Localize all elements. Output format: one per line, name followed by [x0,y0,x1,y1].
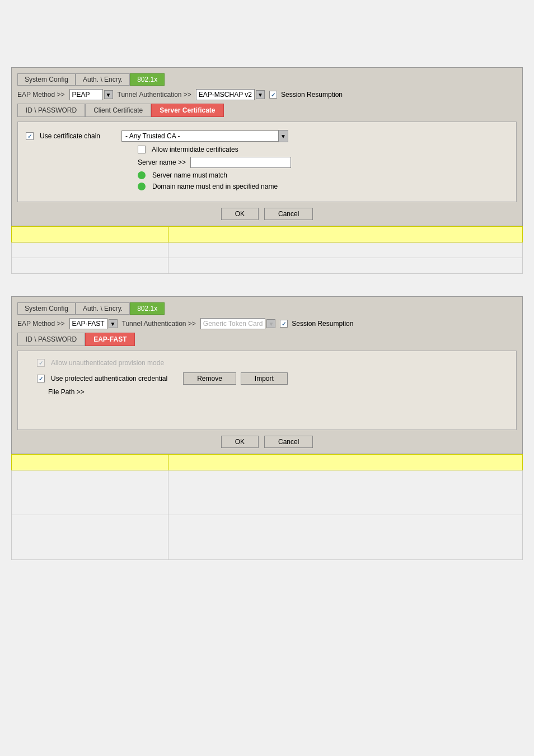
allow-intermediate-label: Allow intermidiate certificates [152,146,238,153]
server-name-input[interactable] [190,157,291,168]
domain-name-row: Domain name must end in specified name [138,183,508,190]
table2-row1-col0 [12,470,168,515]
table2-row2-col1 [168,515,523,560]
table1-row-2 [12,258,523,274]
use-cert-chain-checkbox[interactable] [26,132,34,140]
table2-row-1 [12,470,523,515]
allow-unauthenticated-checkbox[interactable] [37,359,45,367]
table2-row1-col1 [168,470,523,515]
inner-tab-id-password[interactable]: ID \ PASSWORD [17,104,85,117]
panel2-session-resumption-checkbox[interactable] [280,320,288,328]
panel2-eap-method-arrow[interactable]: ▼ [109,319,118,328]
ca-select[interactable]: - Any Trusted CA - ▼ [121,130,288,142]
table2-row-2 [12,515,523,560]
table2-row0-col1 [168,455,523,470]
inner-tab-client-cert[interactable]: Client Certificate [85,104,151,117]
panel2-eap-method-dropdown[interactable]: EAP-FAST ▼ [69,318,118,329]
panel2-ok-button[interactable]: OK [221,436,259,448]
table1-row2-col0 [12,258,168,274]
panel2-inner-tab-eap-fast[interactable]: EAP-FAST [85,333,135,346]
use-protected-label: Use protected authentication credential [51,375,167,382]
tunnel-auth-label: Tunnel Authentication >> [118,91,191,99]
panel2-tunnel-auth-dropdown[interactable]: Generic Token Card ▼ [200,318,276,329]
server-name-match-dot [138,171,146,179]
use-protected-row: Use protected authentication credential … [37,372,508,385]
tab-system-config[interactable]: System Config [17,73,76,86]
allow-unauthenticated-label: Allow unauthenticated provision mode [51,359,164,367]
panel2-tab-802-1x[interactable]: 802.1x [130,302,165,315]
table1-row2-col1 [168,258,523,274]
server-name-match-row: Server name must match [138,171,508,179]
use-cert-chain-row: Use certificate chain - Any Trusted CA -… [26,130,508,142]
panel1-inner-tabs: ID \ PASSWORD Client Certificate Server … [17,104,517,117]
table2-row0-col0 [12,455,168,470]
session-resumption-label: Session Resumption [281,91,343,99]
use-cert-chain-label: Use certificate chain [40,132,100,140]
session-resumption-checkbox[interactable] [269,91,277,99]
eap-method-label: EAP Method >> [17,91,65,99]
use-protected-checkbox[interactable] [37,375,45,382]
domain-name-dot [138,183,146,190]
file-path-row: File Path >> [48,388,508,396]
tunnel-auth-dropdown[interactable]: EAP-MSCHAP v2 ▼ [196,89,265,100]
session-resumption: Session Resumption [269,91,343,99]
table1-row0-col0 [12,227,168,242]
panel2-tab-system-config[interactable]: System Config [17,302,76,315]
table2 [11,454,523,560]
panel2-tunnel-auth-value[interactable]: Generic Token Card [200,318,266,329]
panel2-tunnel-auth-label: Tunnel Authentication >> [122,320,196,328]
remove-button[interactable]: Remove [183,372,236,385]
domain-name-label: Domain name must end in specified name [152,183,278,190]
panel2-cancel-button[interactable]: Cancel [264,436,313,448]
panel2-eap-method-value[interactable]: EAP-FAST [69,318,107,329]
tab-auth-encry[interactable]: Auth. \ Encry. [76,73,130,86]
panel1-cancel-button[interactable]: Cancel [264,208,313,220]
tunnel-auth-value[interactable]: EAP-MSCHAP v2 [196,89,255,100]
panel2-session-resumption-label: Session Resumption [292,320,353,328]
server-name-match-label: Server name must match [152,171,227,179]
table2-row-0 [12,455,523,470]
eap-method-arrow[interactable]: ▼ [104,90,113,99]
panel2-inner-tabs: ID \ PASSWORD EAP-FAST [17,333,517,346]
allow-unauthenticated-row: Allow unauthenticated provision mode [37,359,508,367]
table1-row0-col1 [168,227,523,242]
panel1-tab-bar: System Config Auth. \ Encry. 802.1x [17,73,517,86]
allow-intermediate-checkbox[interactable] [138,146,146,153]
panel1: System Config Auth. \ Encry. 802.1x EAP … [11,67,523,226]
allow-intermediate-row: Allow intermidiate certificates [138,146,508,153]
eap-method-dropdown[interactable]: PEAP ▼ [69,89,113,100]
panel2-tab-auth-encry[interactable]: Auth. \ Encry. [76,302,130,315]
table1-row-1 [12,242,523,258]
panel2-content: Allow unauthenticated provision mode Use… [17,351,517,430]
eap-method-value[interactable]: PEAP [69,89,103,100]
table2-row2-col0 [12,515,168,560]
ca-dropdown-wrapper: - Any Trusted CA - ▼ [121,130,288,142]
panel2: System Config Auth. \ Encry. 802.1x EAP … [11,296,523,454]
ca-select-value[interactable]: - Any Trusted CA - [121,130,278,142]
panel2-inner-tab-id-password[interactable]: ID \ PASSWORD [17,333,85,346]
table1 [11,226,523,274]
server-name-row: Server name >> [138,157,508,168]
tab-802-1x[interactable]: 802.1x [130,73,165,86]
panel2-eap-method-label: EAP Method >> [17,320,65,328]
file-path-label: File Path >> [48,388,85,396]
table1-row-0 [12,227,523,242]
panel1-toolbar: EAP Method >> PEAP ▼ Tunnel Authenticati… [17,89,517,100]
panel2-tab-bar: System Config Auth. \ Encry. 802.1x [17,302,517,315]
ca-select-arrow[interactable]: ▼ [278,130,288,142]
panel1-content: Use certificate chain - Any Trusted CA -… [17,122,517,202]
panel2-session-resumption: Session Resumption [280,320,353,328]
panel1-buttons: OK Cancel [17,208,517,220]
inner-tab-server-cert[interactable]: Server Certificate [151,104,223,117]
panel2-toolbar: EAP Method >> EAP-FAST ▼ Tunnel Authenti… [17,318,517,329]
table1-row1-col1 [168,242,523,258]
panel2-buttons: OK Cancel [17,436,517,448]
import-button[interactable]: Import [241,372,288,385]
table1-row1-col0 [12,242,168,258]
panel2-tunnel-auth-arrow[interactable]: ▼ [266,319,275,328]
server-name-label: Server name >> [138,158,186,166]
tunnel-auth-arrow[interactable]: ▼ [256,90,265,99]
panel1-ok-button[interactable]: OK [221,208,259,220]
